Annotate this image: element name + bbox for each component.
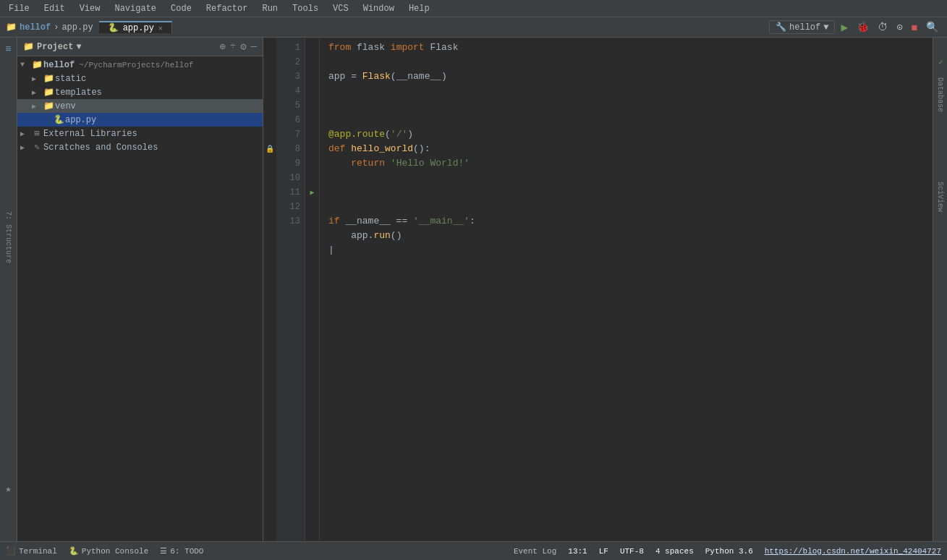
line-numbers: 1 2 3 4 5 6 7 8 9 10 11 12 13 xyxy=(276,38,305,541)
tree-item-ext-libs[interactable]: ▶ ⊞ External Libraries xyxy=(17,127,263,140)
tab-app-py[interactable]: 🐍 app.py ✕ xyxy=(99,21,172,33)
favorites-star[interactable]: ★ xyxy=(5,480,11,498)
menu-item-refactor[interactable]: Refactor xyxy=(203,2,251,15)
event-log-button[interactable]: Event Log xyxy=(514,547,556,556)
file-tree: ▼ 📁 hellof ~/PycharmProjects/hellof ▶ 📁 … xyxy=(17,56,263,541)
menu-bar: File Edit View Navigate Code Refactor Ru… xyxy=(0,0,947,17)
tree-label-app-py: app.py xyxy=(65,115,96,125)
tree-item-static[interactable]: ▶ 📁 static xyxy=(17,72,263,85)
breadcrumb-hellof[interactable]: hellof xyxy=(20,22,51,33)
expand-arrow-venv: ▶ xyxy=(32,102,42,111)
run-button[interactable]: ▶ xyxy=(838,19,851,36)
line-ending-label: LF xyxy=(599,547,608,556)
tree-label-hellof: hellof xyxy=(43,60,75,70)
py-file-icon: 🐍 xyxy=(52,114,65,125)
panel-settings-button[interactable]: ⚙ xyxy=(240,41,246,53)
tree-item-templates[interactable]: ▶ 📁 templates xyxy=(17,85,263,99)
panel-minimize-button[interactable]: — xyxy=(251,41,257,53)
expand-arrow-templates: ▶ xyxy=(32,88,42,97)
expand-arrow-ext: ▶ xyxy=(20,130,30,138)
menu-item-file[interactable]: File xyxy=(6,2,33,15)
debug-button[interactable]: 🐞 xyxy=(854,20,872,35)
toolbar-right: 🔧 hellof ▼ ▶ 🐞 ⏱ ⊙ ◼ 🔍 xyxy=(769,19,947,36)
database-label[interactable]: ✓ xyxy=(933,52,947,72)
title-bar: 📁 hellof › app.py 🐍 app.py ✕ 🔧 hellof ▼ … xyxy=(0,17,947,38)
left-sidebar-strip: ≡ 7: Structure ★ xyxy=(0,38,17,541)
tree-item-hellof[interactable]: ▼ 📁 hellof ~/PycharmProjects/hellof xyxy=(17,58,263,72)
project-panel-toggle[interactable]: ≡ xyxy=(5,41,11,58)
folder-icon-hellof: 📁 xyxy=(30,59,43,70)
run-gutter: ▶ xyxy=(305,38,320,541)
ext-libs-icon: ⊞ xyxy=(30,128,43,139)
panel-locate-button[interactable]: ⊕ xyxy=(219,41,225,53)
run-gutter-icon-11[interactable]: ▶ xyxy=(305,185,319,200)
right-sidebar: ✓ Database SciView xyxy=(933,38,947,541)
tree-label-static: static xyxy=(55,74,86,84)
tree-item-app-py[interactable]: 🐍 app.py xyxy=(17,113,263,127)
tree-suffix-hellof: ~/PycharmProjects/hellof xyxy=(79,61,193,69)
panel-expand-button[interactable]: ÷ xyxy=(230,41,236,53)
indent-label: 4 spaces xyxy=(655,547,694,556)
folder-icon-static: 📁 xyxy=(42,73,55,84)
status-line-ending[interactable]: LF xyxy=(599,547,608,556)
menu-item-tools[interactable]: Tools xyxy=(289,2,321,15)
python-console-button[interactable]: 🐍 Python Console xyxy=(69,546,148,556)
todo-label: 6: TODO xyxy=(170,547,203,556)
project-panel: 📁 Project ▼ ⊕ ÷ ⚙ — ▼ 📁 hellof ~/Pycharm… xyxy=(17,38,263,541)
tree-item-scratches[interactable]: ▶ ✎ Scratches and Consoles xyxy=(17,140,263,154)
coverage-button[interactable]: ⊙ xyxy=(893,20,905,35)
run-config-selector[interactable]: 🔧 hellof ▼ xyxy=(769,20,835,34)
terminal-button[interactable]: ⬛ Terminal xyxy=(6,546,57,556)
tree-label-ext-libs: External Libraries xyxy=(43,129,137,139)
python-console-label: Python Console xyxy=(82,547,148,556)
tree-item-venv[interactable]: ▶ 📁 venv xyxy=(17,99,263,113)
menu-item-window[interactable]: Window xyxy=(360,2,397,15)
menu-item-run[interactable]: Run xyxy=(259,2,281,15)
terminal-label: Terminal xyxy=(19,547,57,556)
position-label: 13:1 xyxy=(568,547,587,556)
python-console-icon: 🐍 xyxy=(69,546,79,556)
menu-item-vcs[interactable]: VCS xyxy=(330,2,352,15)
stop-button[interactable]: ◼ xyxy=(909,20,920,35)
folder-icon-templates: 📁 xyxy=(42,87,55,98)
python-version-label: Python 3.6 xyxy=(705,547,753,556)
status-indent[interactable]: 4 spaces xyxy=(655,547,694,556)
menu-item-navigate[interactable]: Navigate xyxy=(111,2,159,15)
panel-header: 📁 Project ▼ ⊕ ÷ ⚙ — xyxy=(17,38,263,56)
sciview-panel-label[interactable]: SciView xyxy=(933,176,947,218)
tab-area: 🐍 app.py ✕ xyxy=(99,21,769,33)
tree-label-scratches: Scratches and Consoles xyxy=(43,143,158,153)
tree-label-templates: templates xyxy=(55,88,102,98)
bottom-bar: ⬛ Terminal 🐍 Python Console ☰ 6: TODO Ev… xyxy=(0,541,947,560)
panel-title-label: Project xyxy=(37,42,73,52)
tab-py-icon: 🐍 xyxy=(108,22,119,33)
breadcrumb-file[interactable]: app.py xyxy=(61,22,93,33)
profile-button[interactable]: ⏱ xyxy=(875,20,891,35)
tab-label: app.py xyxy=(123,23,154,33)
run-config-label: hellof xyxy=(789,22,820,33)
code-container[interactable]: 🔒 1 2 3 4 5 6 7 8 9 10 11 12 xyxy=(263,38,933,541)
menu-item-view[interactable]: View xyxy=(77,2,103,15)
status-encoding[interactable]: UTF-8 xyxy=(620,547,644,556)
folder-icon-venv: 📁 xyxy=(42,101,55,111)
csdn-link[interactable]: https://blog.csdn.net/weixin_42404727 xyxy=(765,547,941,556)
menu-item-help[interactable]: Help xyxy=(406,2,433,15)
expand-arrow-scratches: ▶ xyxy=(20,143,30,152)
status-python[interactable]: Python 3.6 xyxy=(705,547,753,556)
database-panel-label[interactable]: Database xyxy=(933,72,947,118)
expand-arrow-static: ▶ xyxy=(32,75,42,83)
error-indicator: 🔒 xyxy=(263,142,276,156)
menu-item-edit[interactable]: Edit xyxy=(41,2,68,15)
run-config-arrow: ▼ xyxy=(823,22,828,33)
menu-item-code[interactable]: Code xyxy=(168,2,195,15)
structure-label[interactable]: 7: Structure xyxy=(4,208,12,266)
todo-button[interactable]: ☰ 6: TODO xyxy=(160,546,203,556)
search-button[interactable]: 🔍 xyxy=(923,20,941,35)
run-config-icon: 🔧 xyxy=(776,22,786,33)
panel-dropdown-arrow[interactable]: ▼ xyxy=(76,42,81,52)
code-editor[interactable]: from flask import Flask app = Flask(__na… xyxy=(320,38,933,541)
terminal-icon: ⬛ xyxy=(6,546,16,556)
todo-icon: ☰ xyxy=(160,546,167,556)
tree-label-venv: venv xyxy=(55,101,76,111)
tab-close-button[interactable]: ✕ xyxy=(158,24,163,33)
